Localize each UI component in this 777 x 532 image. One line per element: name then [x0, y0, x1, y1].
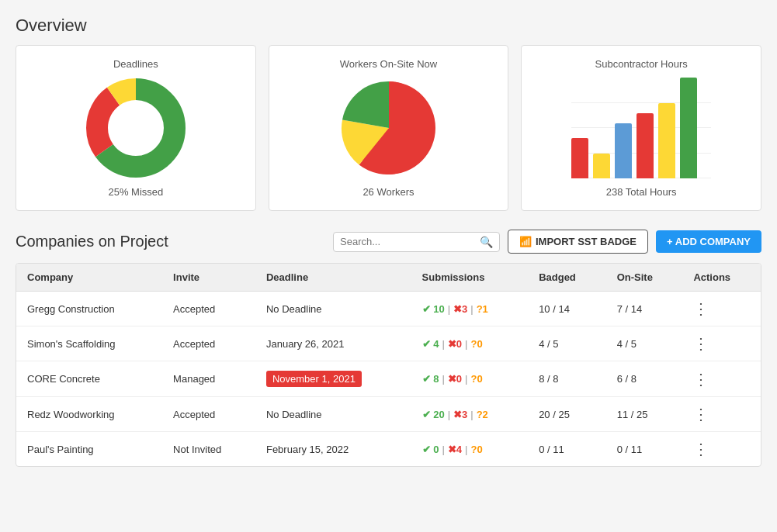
col-company: Company	[16, 264, 162, 292]
cell-invite: Accepted	[162, 326, 255, 361]
overview-cards: Deadlines 25% Missed Workers O	[16, 45, 761, 211]
cell-deadline: November 1, 2021	[255, 361, 411, 397]
sub-green: ✔ 20	[422, 409, 445, 420]
cell-company: Gregg Construction	[16, 292, 162, 326]
subcontractor-bar-chart	[564, 78, 719, 178]
table-row: Paul's PaintingNot InvitedFebruary 15, 2…	[16, 432, 761, 467]
cell-onsite: 0 / 11	[606, 432, 683, 467]
cell-invite: Accepted	[162, 292, 255, 326]
cell-onsite: 4 / 5	[606, 326, 683, 361]
workers-card-title: Workers On-Site Now	[340, 58, 437, 70]
cell-actions: ⋮	[682, 397, 761, 432]
sub-orange: ?0	[470, 338, 482, 350]
cell-actions: ⋮	[682, 326, 761, 361]
cell-company: Simon's Scaffolding	[16, 326, 162, 361]
col-deadline: Deadline	[255, 264, 411, 292]
cell-onsite: 7 / 14	[606, 292, 683, 326]
col-actions: Actions	[682, 264, 761, 292]
cell-company: CORE Concrete	[16, 361, 162, 397]
bar-3	[615, 123, 632, 179]
sub-red: ✖3	[453, 303, 467, 315]
sub-red: ✖3	[453, 409, 467, 420]
cell-submissions: ✔ 10|✖3|?1	[411, 292, 529, 326]
col-onsite: On-Site	[606, 264, 683, 292]
actions-menu-button[interactable]: ⋮	[693, 441, 709, 457]
subcontractor-card: Subcontractor Hours 238 Total Hours	[521, 45, 761, 211]
cell-actions: ⋮	[682, 292, 761, 326]
import-label: IMPORT SST BADGE	[536, 236, 637, 247]
bar-5	[658, 103, 675, 179]
cell-onsite: 11 / 25	[606, 397, 683, 432]
table-row: Gregg ConstructionAcceptedNo Deadline✔ 1…	[16, 292, 761, 326]
cell-company: Redz Woodworking	[16, 397, 162, 432]
sub-green: ✔ 8	[422, 373, 439, 385]
cell-deadline: No Deadline	[255, 397, 411, 432]
actions-menu-button[interactable]: ⋮	[693, 336, 709, 351]
cell-invite: Not Invited	[162, 432, 255, 467]
deadlines-donut-chart	[85, 78, 186, 178]
table-row: CORE ConcreteManagedNovember 1, 2021✔ 8|…	[16, 361, 761, 397]
actions-menu-button[interactable]: ⋮	[693, 371, 709, 387]
deadlines-card: Deadlines 25% Missed	[16, 45, 256, 211]
table-row: Redz WoodworkingAcceptedNo Deadline✔ 20|…	[16, 397, 761, 432]
svg-point-3	[109, 101, 163, 155]
search-button[interactable]: 🔍	[480, 236, 493, 248]
table-header-row: Company Invite Deadline Submissions Badg…	[16, 264, 761, 292]
actions-menu-button[interactable]: ⋮	[693, 406, 709, 422]
subcontractor-card-footer: 238 Total Hours	[606, 186, 677, 198]
col-submissions: Submissions	[411, 264, 529, 292]
companies-table: Company Invite Deadline Submissions Badg…	[16, 264, 761, 466]
sub-red: ✖4	[448, 444, 462, 455]
sub-red: ✖0	[448, 373, 462, 385]
cell-submissions: ✔ 4|✖0|?0	[411, 326, 529, 361]
workers-pie-chart	[338, 78, 439, 178]
deadlines-card-footer: 25% Missed	[108, 186, 163, 198]
cell-badged: 4 / 5	[528, 326, 606, 361]
bar-4	[637, 113, 654, 179]
table-row: Simon's ScaffoldingAcceptedJanuary 26, 2…	[16, 326, 761, 361]
search-input[interactable]	[340, 236, 480, 247]
bar-6	[680, 78, 697, 178]
cell-invite: Managed	[162, 361, 255, 397]
cell-submissions: ✔ 20|✖3|?2	[411, 397, 529, 432]
deadlines-card-title: Deadlines	[113, 58, 158, 70]
sub-green: ✔ 10	[422, 303, 445, 315]
cell-company: Paul's Painting	[16, 432, 162, 467]
companies-table-wrapper: Company Invite Deadline Submissions Badg…	[16, 263, 761, 467]
companies-title: Companies on Project	[16, 233, 325, 250]
sub-orange: ?2	[477, 409, 488, 420]
search-box: 🔍	[333, 232, 500, 252]
add-company-button[interactable]: + ADD COMPANY	[656, 230, 761, 253]
sub-orange: ?1	[477, 303, 488, 315]
cell-submissions: ✔ 8|✖0|?0	[411, 361, 529, 397]
cell-badged: 20 / 25	[528, 397, 606, 432]
cell-actions: ⋮	[682, 432, 761, 467]
cell-deadline: January 26, 2021	[255, 326, 411, 361]
cell-invite: Accepted	[162, 397, 255, 432]
sub-orange: ?0	[470, 444, 482, 455]
sub-red: ✖0	[448, 338, 462, 350]
companies-section: Companies on Project 🔍 📶 IMPORT SST BADG…	[16, 230, 761, 467]
companies-table-body: Gregg ConstructionAcceptedNo Deadline✔ 1…	[16, 292, 761, 467]
cell-deadline: No Deadline	[255, 292, 411, 326]
cell-submissions: ✔ 0|✖4|?0	[411, 432, 529, 467]
add-label: + ADD COMPANY	[667, 236, 751, 247]
sub-green: ✔ 4	[422, 338, 439, 350]
workers-card: Workers On-Site Now 26 Workers	[269, 45, 509, 211]
cell-actions: ⋮	[682, 361, 761, 397]
bar-2	[593, 154, 610, 179]
subcontractor-card-title: Subcontractor Hours	[595, 58, 688, 70]
overview-section: Overview Deadlines 25% Missed	[16, 16, 761, 211]
cell-deadline: February 15, 2022	[255, 432, 411, 467]
cell-badged: 8 / 8	[528, 361, 606, 397]
table-header: Company Invite Deadline Submissions Badg…	[16, 264, 761, 292]
col-invite: Invite	[162, 264, 255, 292]
import-sst-badge-button[interactable]: 📶 IMPORT SST BADGE	[508, 230, 648, 254]
workers-card-footer: 26 Workers	[362, 186, 414, 198]
bar-1	[571, 138, 588, 178]
overview-title: Overview	[16, 16, 761, 36]
sub-green: ✔ 0	[422, 444, 439, 455]
signal-icon: 📶	[519, 236, 532, 247]
sub-orange: ?0	[470, 373, 482, 385]
actions-menu-button[interactable]: ⋮	[693, 301, 709, 316]
